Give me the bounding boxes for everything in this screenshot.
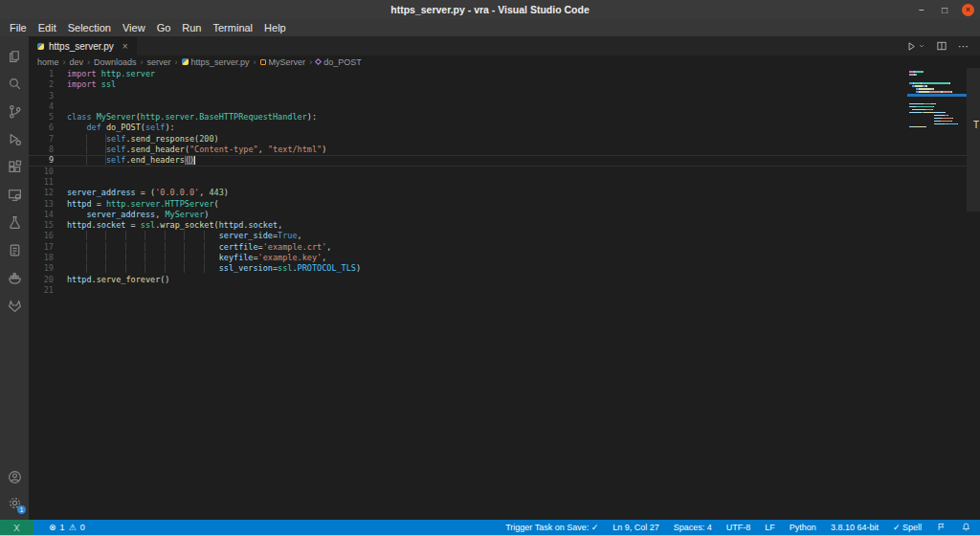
code-line-13[interactable]: 13httpd = http.server.HTTPServer(: [29, 199, 980, 210]
status-spell-checker[interactable]: ✓ Spell: [893, 523, 922, 532]
menu-file[interactable]: File: [4, 19, 33, 36]
menu-help[interactable]: Help: [258, 19, 292, 36]
activity-bar: 1: [0, 36, 29, 520]
breadcrumb-item-myserver[interactable]: MyServer: [260, 57, 306, 67]
code-line-17[interactable]: 17 certfile='example.crt',: [29, 242, 980, 253]
code-line-18[interactable]: 18 keyfile='example.key',: [29, 253, 980, 263]
tab-https-server[interactable]: https_server.py ×: [29, 36, 137, 56]
chevron-down-icon: [918, 42, 925, 50]
code-line-7[interactable]: 7 self.send_response(200): [29, 134, 980, 145]
extensions-icon[interactable]: [0, 153, 29, 181]
code-line-15[interactable]: 15httpd.socket = ssl.wrap_socket(httpd.s…: [29, 220, 980, 231]
line-number: 20: [29, 275, 54, 285]
line-number: 3: [29, 91, 54, 101]
code-line-9[interactable]: 9 self.end_headers(): [29, 155, 980, 166]
play-icon: [905, 40, 918, 53]
split-editor-button[interactable]: [936, 40, 947, 52]
line-content: server_side=True,: [54, 231, 980, 241]
maximize-button[interactable]: □: [939, 5, 950, 15]
breadcrumb-item-dev[interactable]: dev: [70, 57, 84, 67]
code-line-8[interactable]: 8 self.send_header("Content-type", "text…: [29, 145, 980, 155]
account-icon[interactable]: [0, 464, 29, 490]
gitlab-icon[interactable]: [0, 292, 29, 320]
code-line-5[interactable]: 5class MyServer(http.server.BaseHTTPRequ…: [29, 112, 980, 123]
minimize-button[interactable]: −: [916, 5, 927, 15]
line-number: 11: [29, 177, 54, 188]
search-icon[interactable]: [0, 70, 29, 98]
status-trigger-task-on-save[interactable]: Trigger Task on Save: ✓: [505, 523, 598, 532]
menu-view[interactable]: View: [117, 19, 151, 36]
code-line-1[interactable]: 1import http.server: [29, 69, 980, 79]
code-line-21[interactable]: 21: [29, 285, 980, 296]
editor-scrollbar[interactable]: T: [967, 68, 980, 212]
code-line-12[interactable]: 12server_address = ('0.0.0.0', 443): [29, 188, 980, 198]
menu-go[interactable]: Go: [151, 19, 177, 36]
line-content: [54, 177, 980, 188]
overview-ruler-mark: T: [973, 120, 979, 130]
breadcrumb-item-server[interactable]: server: [147, 57, 171, 67]
line-number: 13: [29, 199, 54, 210]
status-feedback[interactable]: [936, 522, 947, 534]
line-content: certfile='example.crt',: [54, 242, 980, 253]
code-line-10[interactable]: 10: [29, 167, 980, 177]
code-editor[interactable]: 1import http.server2import ssl345class M…: [29, 68, 980, 520]
status-encoding[interactable]: UTF-8: [726, 523, 751, 532]
testing-icon[interactable]: [0, 209, 29, 236]
status-python-interpreter[interactable]: 3.8.10 64-bit: [831, 523, 879, 532]
menu-selection[interactable]: Selection: [62, 19, 117, 36]
line-number: 8: [29, 145, 54, 155]
breadcrumb-item-home[interactable]: home: [37, 57, 59, 67]
remote-explorer-icon[interactable]: [0, 181, 29, 209]
status-notifications[interactable]: [961, 522, 971, 534]
code-line-2[interactable]: 2import ssl: [29, 79, 980, 90]
breadcrumb-item-downloads[interactable]: Downloads: [94, 57, 137, 67]
status-cursor-position[interactable]: Ln 9, Col 27: [612, 523, 659, 532]
code-line-4[interactable]: 4: [29, 101, 980, 112]
breadcrumb-item-https_server.py[interactable]: https_server.py: [182, 57, 250, 67]
line-content: [54, 285, 980, 296]
status-eol[interactable]: LF: [765, 523, 775, 532]
run-and-debug-icon[interactable]: [0, 125, 29, 153]
problems-indicator[interactable]: ⊗ 1 ⚠ 0: [49, 523, 85, 532]
code-line-20[interactable]: 20httpd.serve_forever(): [29, 275, 980, 285]
settings-icon[interactable]: 1: [0, 490, 29, 516]
line-number: 10: [29, 167, 54, 177]
tab-label: https_server.py: [49, 41, 114, 52]
line-number: 7: [29, 134, 54, 145]
code-lines: 1import http.server2import ssl345class M…: [29, 69, 980, 296]
code-line-3[interactable]: 3: [29, 91, 980, 101]
tab-close-icon[interactable]: ×: [122, 41, 128, 52]
source-control-icon[interactable]: [0, 98, 29, 125]
code-line-6[interactable]: 6 def do_POST(self):: [29, 123, 980, 133]
more-actions-button[interactable]: ⋯: [958, 40, 969, 53]
text-cursor: [194, 156, 195, 166]
run-python-file-button[interactable]: [905, 40, 925, 53]
line-content: def do_POST(self):: [54, 123, 980, 133]
line-number: 2: [29, 79, 54, 90]
explorer-icon[interactable]: [0, 42, 29, 70]
breadcrumb-item-do_post[interactable]: do_POST: [316, 57, 362, 67]
remote-indicator[interactable]: [0, 520, 33, 535]
snippets-icon[interactable]: [0, 236, 29, 264]
line-content: import http.server: [54, 69, 980, 79]
code-line-19[interactable]: 19 ssl_version=ssl.PROTOCOL_TLS): [29, 263, 980, 274]
code-line-14[interactable]: 14 server_address, MyServer): [29, 210, 980, 220]
status-language-mode[interactable]: Python: [790, 523, 816, 532]
line-content: server_address = ('0.0.0.0', 443): [54, 188, 980, 198]
breadcrumb-separator: ›: [141, 57, 144, 67]
code-line-11[interactable]: 11: [29, 177, 980, 188]
status-indentation[interactable]: Spaces: 4: [674, 523, 712, 532]
menu-run[interactable]: Run: [176, 19, 207, 36]
code-line-16[interactable]: 16 server_side=True,: [29, 231, 980, 241]
close-button[interactable]: ×: [962, 4, 974, 16]
line-content: self.send_header("Content-type", "text/h…: [54, 145, 980, 155]
docker-icon[interactable]: [0, 264, 29, 292]
menu-edit[interactable]: Edit: [33, 19, 62, 36]
line-number: 21: [29, 285, 54, 296]
line-content: server_address, MyServer): [54, 210, 980, 220]
line-number: 5: [29, 112, 54, 123]
menu-terminal[interactable]: Terminal: [208, 19, 259, 36]
minimap[interactable]: [909, 71, 965, 132]
line-content: httpd.socket = ssl.wrap_socket(httpd.soc…: [54, 220, 980, 231]
line-number: 19: [29, 263, 54, 274]
